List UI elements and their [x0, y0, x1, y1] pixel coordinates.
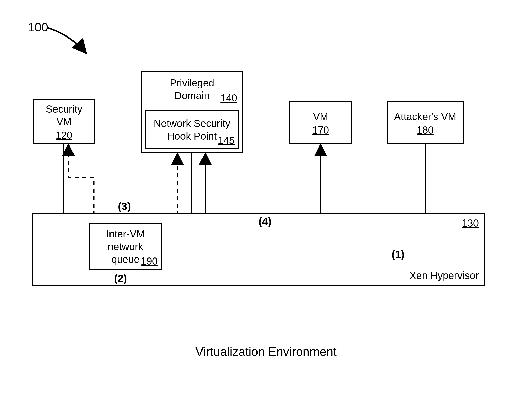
- vm-label: VM: [313, 110, 328, 123]
- security-vm-box: Security VM 120: [33, 99, 95, 144]
- hypervisor-label: Xen Hypervisor: [410, 269, 479, 282]
- attacker-vm-label: Attacker's VM: [394, 110, 456, 123]
- inter-vm-queue-label: Inter-VM network queue: [106, 228, 145, 266]
- connector-lines: [0, 0, 532, 405]
- hypervisor-ref: 130: [462, 217, 479, 229]
- security-vm-ref: 120: [56, 130, 72, 141]
- flow-2-label: (2): [114, 272, 127, 285]
- inter-vm-queue-ref: 190: [141, 255, 158, 267]
- security-vm-label: Security VM: [46, 103, 82, 128]
- attacker-vm-ref: 180: [417, 124, 434, 136]
- flow-1-label: (1): [392, 248, 405, 261]
- attacker-vm-box: Attacker's VM 180: [387, 101, 464, 144]
- vm-ref: 170: [312, 124, 329, 136]
- privileged-domain-label: Privileged Domain: [170, 77, 214, 102]
- vm-box: VM 170: [289, 101, 352, 144]
- flow-3-label: (3): [118, 200, 131, 212]
- privileged-domain-box: Privileged Domain 140 Network Security H…: [141, 71, 243, 153]
- figure-number-text: 100: [28, 21, 48, 34]
- diagram-caption: Virtualization Environment: [0, 345, 532, 359]
- privileged-domain-ref: 140: [220, 92, 237, 104]
- figure-number: 100: [28, 20, 48, 34]
- flow-4-label: (4): [259, 215, 271, 228]
- hook-point-box: Network Security Hook Point 145: [145, 110, 239, 149]
- inter-vm-queue-box: Inter-VM network queue 190: [89, 223, 162, 270]
- hook-point-ref: 145: [218, 135, 235, 146]
